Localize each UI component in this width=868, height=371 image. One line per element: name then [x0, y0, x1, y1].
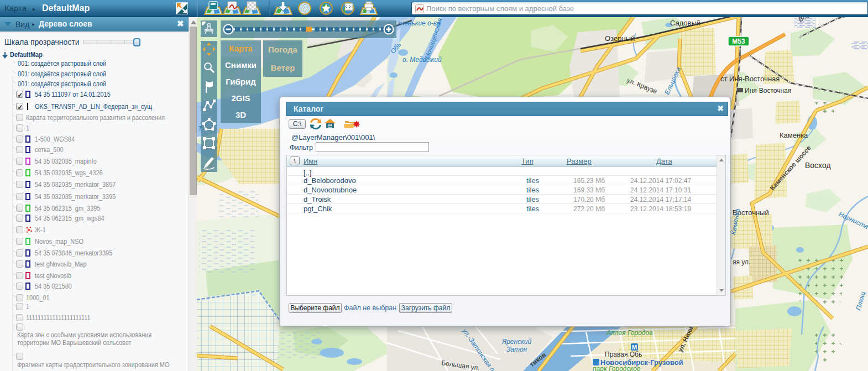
svg-text:Аллея Городов: Аллея Городов — [606, 329, 652, 337]
svg-text:яя ул.: яя ул. — [733, 258, 750, 266]
svg-text:о. Медвежий: о. Медвежий — [402, 56, 442, 64]
svg-text:Каменка: Каменка — [780, 131, 808, 139]
svg-text:Восход: Восход — [805, 161, 831, 170]
svg-text:Яренский: Яренский — [501, 338, 531, 346]
svg-text:зненькие о-ва: зненькие о-ва — [397, 19, 441, 27]
svg-text:М: М — [632, 344, 637, 351]
svg-text:Иня-Восточная: Иня-Восточная — [745, 87, 791, 95]
svg-text:Садовый: Садовый — [670, 19, 700, 27]
svg-text:Озерный: Озерный — [605, 34, 635, 43]
svg-text:Новосибирск-Грузовой: Новосибирск-Грузовой — [600, 358, 683, 367]
svg-text:Правая Обь: Правая Обь — [605, 351, 642, 358]
svg-text:М53: М53 — [732, 38, 745, 45]
svg-text:Затон: Затон — [506, 346, 527, 353]
svg-text:ст Иня-Восточная: ст Иня-Восточная — [720, 75, 780, 83]
